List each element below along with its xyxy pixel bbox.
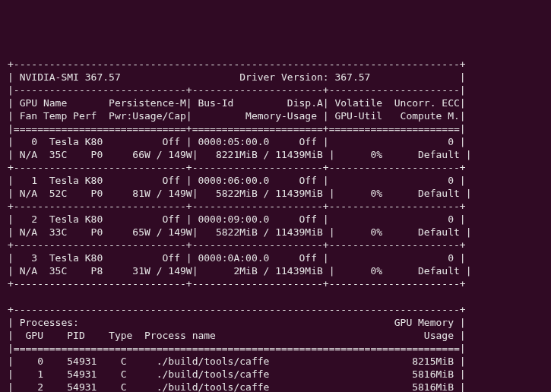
- terminal-output: +---------------------------------------…: [8, 58, 543, 392]
